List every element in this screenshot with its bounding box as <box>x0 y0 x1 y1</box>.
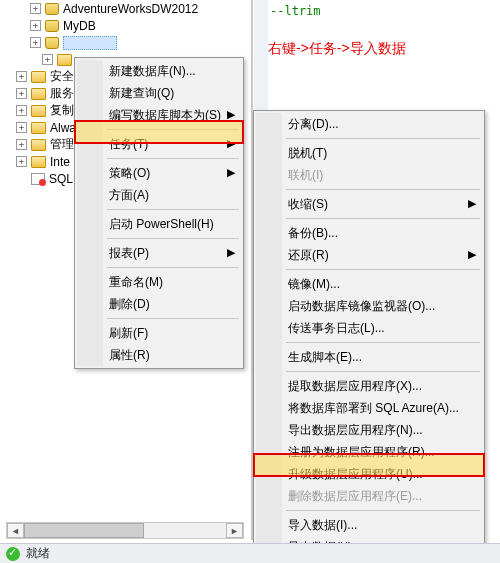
menu-item[interactable]: 属性(R) <box>77 344 241 366</box>
menu-separator <box>286 371 480 372</box>
context-menu-database: 新建数据库(N)...新建查询(Q)编写数据库脚本为(S)▶任务(T)▶策略(O… <box>74 57 244 369</box>
menu-item[interactable]: 注册为数据层应用程序(R)... <box>256 441 482 463</box>
menu-item[interactable]: 任务(T)▶ <box>77 133 241 155</box>
submenu-arrow-icon: ▶ <box>227 246 235 259</box>
menu-item[interactable]: 备份(B)... <box>256 222 482 244</box>
menu-item-label: 刷新(F) <box>109 325 148 342</box>
menu-separator <box>107 129 239 130</box>
menu-separator <box>286 510 480 511</box>
menu-item-label: 策略(O) <box>109 165 150 182</box>
menu-separator <box>286 269 480 270</box>
menu-item-label: 编写数据库脚本为(S) <box>109 107 221 124</box>
scroll-thumb[interactable] <box>24 523 144 538</box>
menu-item-label: 注册为数据层应用程序(R)... <box>288 444 435 461</box>
folder-icon <box>31 156 46 168</box>
expand-icon[interactable]: + <box>42 54 53 65</box>
tree-item-label: 安全 <box>50 68 74 85</box>
menu-item-label: 传送事务日志(L)... <box>288 320 385 337</box>
menu-item-label: 新建查询(Q) <box>109 85 174 102</box>
menu-item[interactable]: 编写数据库脚本为(S)▶ <box>77 104 241 126</box>
menu-item[interactable]: 启动数据库镜像监视器(O)... <box>256 295 482 317</box>
submenu-arrow-icon: ▶ <box>468 197 476 210</box>
menu-item-label: 生成脚本(E)... <box>288 349 362 366</box>
menu-item-label: 属性(R) <box>109 347 150 364</box>
submenu-arrow-icon: ▶ <box>468 248 476 261</box>
menu-item[interactable]: 导入数据(I)... <box>256 514 482 536</box>
expand-icon[interactable]: + <box>16 139 27 150</box>
expand-icon[interactable]: + <box>16 105 27 116</box>
menu-item-label: 启动数据库镜像监视器(O)... <box>288 298 435 315</box>
menu-item[interactable]: 脱机(T) <box>256 142 482 164</box>
submenu-arrow-icon: ▶ <box>227 108 235 121</box>
menu-separator <box>286 218 480 219</box>
scroll-right-button[interactable]: ► <box>226 523 243 538</box>
tree-item[interactable]: + <box>6 34 246 51</box>
menu-item-label: 备份(B)... <box>288 225 338 242</box>
tree-item-label: Inte <box>50 155 70 169</box>
menu-item[interactable]: 方面(A) <box>77 184 241 206</box>
scroll-left-button[interactable]: ◄ <box>7 523 24 538</box>
submenu-arrow-icon: ▶ <box>227 137 235 150</box>
menu-item[interactable]: 启动 PowerShell(H) <box>77 213 241 235</box>
tree-item-label: MyDB <box>63 19 96 33</box>
menu-item-label: 导出数据层应用程序(N)... <box>288 422 423 439</box>
annotation-text: 右键->任务->导入数据 <box>268 40 406 58</box>
menu-item[interactable]: 重命名(M) <box>77 271 241 293</box>
folder-icon <box>31 71 46 83</box>
menu-item[interactable]: 删除(D) <box>77 293 241 315</box>
status-ok-icon <box>6 547 20 561</box>
database-icon <box>45 3 59 15</box>
menu-item[interactable]: 还原(R)▶ <box>256 244 482 266</box>
expand-icon[interactable]: + <box>30 3 41 14</box>
menu-item-label: 导入数据(I)... <box>288 517 357 534</box>
tree-item-label: AdventureWorksDW2012 <box>63 2 198 16</box>
scroll-track[interactable] <box>24 523 226 538</box>
expand-icon[interactable]: + <box>16 71 27 82</box>
menu-item[interactable]: 提取数据层应用程序(X)... <box>256 375 482 397</box>
menu-item[interactable]: 生成脚本(E)... <box>256 346 482 368</box>
menu-item-label: 重命名(M) <box>109 274 163 291</box>
menu-item-label: 将数据库部署到 SQL Azure(A)... <box>288 400 459 417</box>
expand-icon[interactable]: + <box>16 156 27 167</box>
menu-item[interactable]: 策略(O)▶ <box>77 162 241 184</box>
menu-item[interactable]: 刷新(F) <box>77 322 241 344</box>
menu-separator <box>107 238 239 239</box>
menu-item[interactable]: 新建数据库(N)... <box>77 60 241 82</box>
menu-item-label: 升级数据层应用程序(U)... <box>288 466 423 483</box>
tree-item[interactable]: +MyDB <box>6 17 246 34</box>
menu-item-label: 脱机(T) <box>288 145 327 162</box>
expand-icon[interactable]: + <box>30 20 41 31</box>
database-icon <box>45 37 59 49</box>
expand-icon[interactable]: + <box>16 88 27 99</box>
menu-separator <box>107 318 239 319</box>
menu-item[interactable]: 分离(D)... <box>256 113 482 135</box>
tree-item-label: 管理 <box>50 136 74 153</box>
tree-item-label: 复制 <box>50 102 74 119</box>
horizontal-scrollbar[interactable]: ◄ ► <box>6 522 244 539</box>
menu-item[interactable]: 收缩(S)▶ <box>256 193 482 215</box>
expand-icon[interactable]: + <box>30 37 41 48</box>
menu-separator <box>286 342 480 343</box>
menu-item[interactable]: 传送事务日志(L)... <box>256 317 482 339</box>
folder-icon <box>31 122 46 134</box>
menu-separator <box>286 189 480 190</box>
menu-item-label: 报表(P) <box>109 245 149 262</box>
status-bar: 就绪 <box>0 543 500 563</box>
menu-item-label: 镜像(M)... <box>288 276 340 293</box>
menu-item[interactable]: 导出数据层应用程序(N)... <box>256 419 482 441</box>
tree-item-label: Alwa <box>50 121 76 135</box>
expand-icon[interactable]: + <box>16 122 27 133</box>
menu-item[interactable]: 新建查询(Q) <box>77 82 241 104</box>
menu-item[interactable]: 将数据库部署到 SQL Azure(A)... <box>256 397 482 419</box>
folder-icon <box>31 88 46 100</box>
menu-item[interactable]: 报表(P)▶ <box>77 242 241 264</box>
menu-item[interactable]: 升级数据层应用程序(U)... <box>256 463 482 485</box>
status-text: 就绪 <box>26 545 50 562</box>
menu-item[interactable]: 镜像(M)... <box>256 273 482 295</box>
menu-item-label: 提取数据层应用程序(X)... <box>288 378 422 395</box>
database-icon <box>45 20 59 32</box>
menu-item-label: 收缩(S) <box>288 196 328 213</box>
menu-item-label: 启动 PowerShell(H) <box>109 216 214 233</box>
tree-item[interactable]: +AdventureWorksDW2012 <box>6 0 246 17</box>
menu-item-label: 删除(D) <box>109 296 150 313</box>
